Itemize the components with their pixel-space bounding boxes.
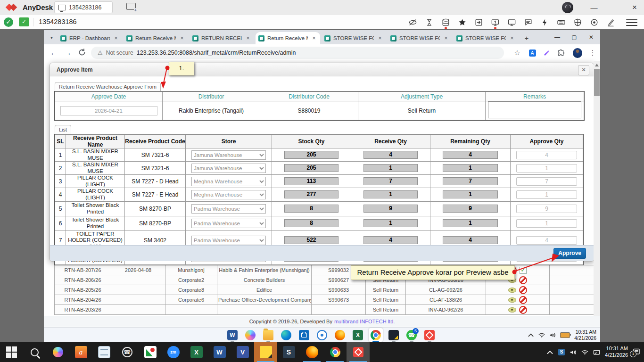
remote-taskbar-firefox[interactable] <box>333 328 347 342</box>
store-select[interactable]: Padma Warehouse <box>191 204 266 214</box>
draw-pen-icon[interactable] <box>605 17 616 27</box>
tab-close-icon[interactable] <box>377 35 383 41</box>
local-taskbar-word[interactable] <box>208 342 231 362</box>
table-row[interactable]: RTN-AB-205/26 Corporate8 Edifice S990633… <box>55 285 599 295</box>
remote-taskbar-chrome[interactable] <box>369 328 383 342</box>
reload-icon[interactable] <box>77 49 87 59</box>
chevron-up-icon[interactable] <box>528 332 534 338</box>
actions-bolt-icon[interactable] <box>539 17 550 27</box>
remote-taskbar-copilot[interactable] <box>243 328 257 342</box>
browser-maximize-button[interactable]: ▢ <box>566 30 582 44</box>
store-select[interactable]: Meghna Warehouse <box>191 177 266 186</box>
table-row[interactable]: RTN-AB-203/26 Sell Return INV-AD-962/26 <box>55 305 599 315</box>
remote-taskbar-dark-app[interactable] <box>387 328 401 342</box>
minimize-button[interactable] <box>587 1 601 14</box>
local-taskbar-visio[interactable] <box>231 342 254 362</box>
battery-icon[interactable] <box>560 332 570 338</box>
edit-pen-icon[interactable] <box>542 48 551 58</box>
local-taskbar-sticky-notes[interactable] <box>254 342 277 362</box>
local-taskbar-s-app[interactable] <box>277 342 300 362</box>
approve-qty-input[interactable] <box>516 151 577 159</box>
remote-start-button[interactable] <box>207 328 222 342</box>
approve-button[interactable]: Approve <box>553 248 586 259</box>
table-row[interactable]: RTN-AB-204/26 Corporate6 Purchase Office… <box>55 295 599 305</box>
local-taskbar-zoom[interactable] <box>162 342 185 362</box>
profile-avatar[interactable] <box>573 48 582 58</box>
tab-return-receive-cr[interactable]: RETURN RECEIVE CR <box>190 32 254 44</box>
favorites-star-icon[interactable] <box>457 17 467 27</box>
tab-close-icon[interactable] <box>179 35 185 41</box>
remote-taskbar-excel[interactable] <box>351 328 365 342</box>
tab-erp-dashboard[interactable]: ERP - Dashboard Site <box>58 32 122 44</box>
keyboard-icon[interactable] <box>556 17 566 27</box>
approve-qty-input[interactable] <box>516 164 577 173</box>
table-row[interactable]: RTN-AB-206/26 Corporate2 Concrete Builde… <box>55 275 599 285</box>
monitor-icon[interactable] <box>506 17 517 27</box>
approve-date-input[interactable] <box>60 106 157 115</box>
tab-close-icon[interactable] <box>509 35 515 41</box>
preview-eye-icon[interactable] <box>508 288 516 293</box>
cancel-icon[interactable] <box>519 306 527 314</box>
store-select[interactable]: Jamuna Warehouse <box>191 150 266 160</box>
chevron-up-icon[interactable] <box>546 349 553 355</box>
local-clock[interactable]: 10:31 AM 4/21/2026 <box>605 346 628 359</box>
copyright-link[interactable]: multibrand INFOTECH ltd. <box>334 319 395 324</box>
tab-store-wise-1[interactable]: STORE WISE FG STO <box>322 32 386 44</box>
browser-minimize-button[interactable]: — <box>549 30 565 44</box>
approve-qty-input[interactable] <box>516 205 577 213</box>
approve-qty-input[interactable] <box>516 177 577 186</box>
cancel-icon[interactable] <box>519 286 527 294</box>
preview-eye-icon[interactable] <box>508 297 516 303</box>
file-transfer-icon[interactable] <box>473 17 484 27</box>
tab-return-receive-1[interactable]: Return Receive Mana <box>124 32 188 44</box>
privacy-icon[interactable] <box>407 17 418 27</box>
s-tray-icon[interactable] <box>558 349 565 355</box>
forward-icon[interactable]: → <box>63 48 73 58</box>
menu-icon[interactable] <box>626 17 637 27</box>
record-icon[interactable] <box>589 17 599 27</box>
approved-check-icon[interactable] <box>520 267 527 274</box>
local-taskbar-copilot[interactable] <box>46 342 69 362</box>
translate-icon[interactable] <box>528 48 537 58</box>
scrollbar-thumb[interactable] <box>594 69 600 96</box>
screen-sync-icon[interactable] <box>593 349 600 355</box>
anydesk-account-button[interactable] <box>562 2 573 13</box>
local-taskbar-avro[interactable] <box>69 342 92 362</box>
cancel-icon[interactable] <box>519 276 527 284</box>
remarks-textarea[interactable] <box>488 101 581 118</box>
bookmark-star-icon[interactable] <box>512 48 522 58</box>
store-select[interactable]: Meghna Warehouse <box>191 190 266 199</box>
local-taskbar-search[interactable] <box>23 342 46 362</box>
back-icon[interactable]: ← <box>49 48 59 58</box>
local-taskbar-excel[interactable] <box>185 342 208 362</box>
tab-store-wise-3[interactable]: STORE WISE FG STO <box>454 32 518 44</box>
tab-close-icon[interactable] <box>311 35 317 41</box>
local-taskbar-bijoy[interactable] <box>139 342 162 362</box>
approve-qty-input[interactable] <box>516 219 577 228</box>
new-tab-button[interactable] <box>522 34 531 42</box>
tab-close-icon[interactable] <box>443 35 449 41</box>
remote-taskbar-edge[interactable] <box>279 328 293 342</box>
table-row[interactable]: RTN-AB-207/26 2026-04-08 Munshigonj Habi… <box>55 265 599 275</box>
remote-taskbar-word[interactable] <box>225 328 239 342</box>
local-taskbar-chrome[interactable] <box>323 342 347 362</box>
remote-taskbar-whatsapp[interactable]: 5 <box>405 328 419 342</box>
preview-eye-icon[interactable] <box>508 307 516 313</box>
page-scrollbar[interactable] <box>594 61 600 316</box>
tab-close-icon[interactable] <box>245 35 251 41</box>
modal-header[interactable]: Approve Item <box>50 63 594 76</box>
permissions-shield-icon[interactable] <box>572 17 583 27</box>
browser-menu-icon[interactable] <box>588 48 597 58</box>
tab-search-icon[interactable] <box>48 34 56 42</box>
remote-clock[interactable]: 10:31 AM 4/21/2026 <box>574 329 596 341</box>
wifi-icon[interactable] <box>538 332 545 338</box>
approve-qty-input[interactable] <box>516 190 577 199</box>
url-text[interactable]: 123.253.36.250:8088/sharif_metal/crm/Ret… <box>137 49 296 56</box>
tab-store-wise-2[interactable]: STORE WISE FG STO <box>388 32 452 44</box>
hourglass-icon[interactable] <box>424 17 434 27</box>
url-bar[interactable]: Not secure 123.253.36.250:8088/sharif_me… <box>91 47 504 59</box>
speaker-icon[interactable] <box>570 349 577 355</box>
local-taskbar-firefox[interactable] <box>300 342 323 362</box>
local-taskbar-notepad[interactable] <box>92 342 116 362</box>
remote-taskbar-store[interactable] <box>297 328 311 342</box>
